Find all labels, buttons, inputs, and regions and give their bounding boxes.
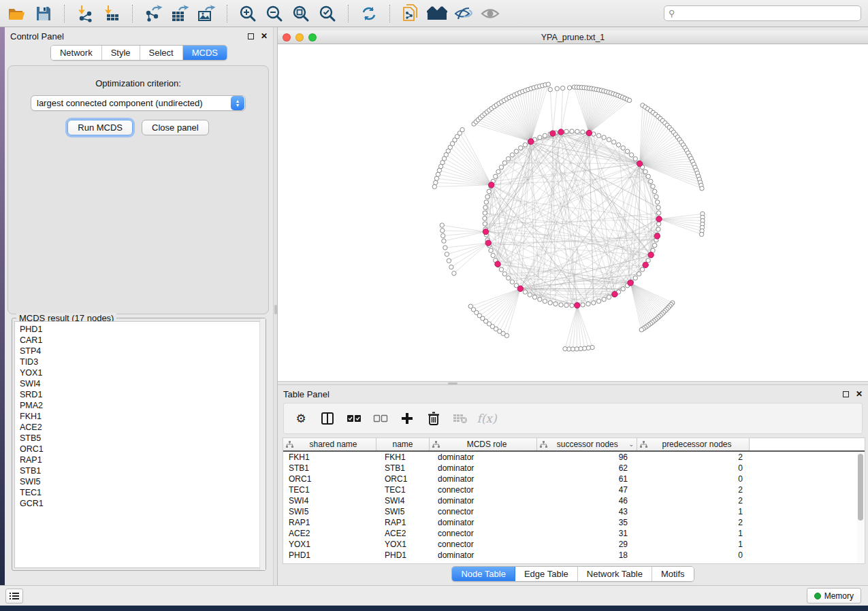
network-node[interactable] bbox=[657, 222, 661, 226]
cell-predecessor-nodes[interactable]: 0 bbox=[637, 550, 750, 560]
network-node[interactable] bbox=[494, 174, 498, 178]
column-header-predecessor-nodes[interactable]: predecessor nodes bbox=[637, 438, 750, 450]
network-node[interactable] bbox=[581, 130, 585, 134]
cell-shared-name[interactable]: FKH1 bbox=[283, 452, 376, 462]
network-node[interactable] bbox=[596, 299, 600, 303]
network-graph[interactable] bbox=[278, 44, 868, 381]
network-node[interactable] bbox=[496, 169, 500, 174]
network-node[interactable] bbox=[553, 302, 558, 306]
network-node[interactable] bbox=[502, 161, 507, 165]
cell-MCDS-role[interactable]: dominator bbox=[430, 463, 537, 473]
cell-predecessor-nodes[interactable]: 2 bbox=[637, 518, 750, 527]
column-header-MCDS-role[interactable]: MCDS role bbox=[430, 438, 537, 450]
network-hub-node[interactable] bbox=[643, 262, 648, 267]
network-node[interactable] bbox=[570, 129, 574, 133]
network-hub-node[interactable] bbox=[654, 233, 660, 239]
cell-successor-nodes[interactable]: 18 bbox=[537, 550, 637, 560]
network-hub-node[interactable] bbox=[656, 216, 662, 222]
network-node[interactable] bbox=[570, 303, 574, 308]
export-image-icon[interactable] bbox=[196, 3, 216, 24]
network-node[interactable] bbox=[538, 135, 542, 139]
network-node[interactable] bbox=[643, 169, 647, 174]
mcds-result-node[interactable]: STP4 bbox=[20, 346, 263, 357]
network-hub-node[interactable] bbox=[483, 229, 488, 234]
cell-name[interactable]: ACE2 bbox=[376, 529, 430, 538]
cell-successor-nodes[interactable]: 31 bbox=[537, 529, 637, 538]
network-node[interactable] bbox=[434, 176, 438, 180]
cell-predecessor-nodes[interactable]: 2 bbox=[637, 496, 750, 506]
network-node[interactable] bbox=[567, 86, 571, 90]
table-scrollbar-thumb[interactable] bbox=[858, 454, 863, 521]
network-node[interactable] bbox=[656, 227, 660, 231]
mcds-result-node[interactable]: TID3 bbox=[20, 357, 263, 367]
table-row[interactable]: FKH1FKH1dominator962 bbox=[283, 452, 865, 463]
network-node[interactable] bbox=[653, 243, 657, 247]
deselect-all-icon[interactable] bbox=[372, 410, 389, 427]
export-network-icon[interactable] bbox=[143, 3, 163, 24]
hide-details-icon[interactable] bbox=[453, 3, 474, 24]
network-node[interactable] bbox=[491, 253, 495, 257]
import-table-icon[interactable] bbox=[101, 3, 122, 24]
network-node[interactable] bbox=[442, 239, 446, 243]
zoom-fit-icon[interactable] bbox=[291, 3, 311, 24]
close-panel-icon[interactable]: ✕ bbox=[856, 389, 863, 399]
network-node[interactable] bbox=[443, 246, 447, 250]
network-node[interactable] bbox=[560, 86, 564, 90]
show-details-icon[interactable] bbox=[480, 3, 500, 24]
mcds-result-node[interactable]: TEC1 bbox=[20, 487, 263, 498]
network-node[interactable] bbox=[441, 233, 445, 237]
network-hub-node[interactable] bbox=[586, 130, 592, 135]
add-column-icon[interactable] bbox=[398, 410, 416, 427]
cell-successor-nodes[interactable]: 29 bbox=[537, 540, 637, 549]
network-node[interactable] bbox=[651, 184, 655, 188]
network-node[interactable] bbox=[633, 276, 637, 280]
network-node[interactable] bbox=[586, 302, 590, 306]
network-node[interactable] bbox=[449, 265, 453, 269]
tab-network[interactable]: Network bbox=[51, 46, 102, 60]
network-node[interactable] bbox=[489, 248, 493, 252]
mcds-result-node[interactable]: STB5 bbox=[20, 433, 263, 444]
table-settings-gear-icon[interactable]: ⚙ bbox=[292, 410, 310, 427]
network-node[interactable] bbox=[502, 271, 507, 276]
table-row[interactable]: RAP1RAP1dominator352 bbox=[283, 517, 865, 528]
network-node[interactable] bbox=[499, 165, 503, 169]
network-node[interactable] bbox=[564, 303, 568, 308]
network-node[interactable] bbox=[485, 195, 489, 199]
table-row[interactable]: SWI4SWI4dominator462 bbox=[283, 495, 865, 506]
cell-successor-nodes[interactable]: 47 bbox=[537, 485, 637, 495]
network-node[interactable] bbox=[559, 303, 563, 307]
mcds-result-node[interactable]: FKH1 bbox=[20, 411, 263, 422]
network-node[interactable] bbox=[602, 297, 606, 301]
zoom-out-icon[interactable] bbox=[264, 3, 285, 24]
network-hub-node[interactable] bbox=[558, 129, 564, 135]
cell-successor-nodes[interactable]: 96 bbox=[537, 452, 637, 462]
cell-MCDS-role[interactable]: dominator bbox=[430, 452, 537, 462]
network-node[interactable] bbox=[499, 267, 503, 271]
cell-predecessor-nodes[interactable]: 2 bbox=[637, 485, 750, 495]
network-node[interactable] bbox=[592, 301, 596, 305]
mcds-result-node[interactable]: STB1 bbox=[20, 465, 263, 476]
mcds-result-node[interactable]: PHD1 bbox=[20, 324, 263, 335]
network-node[interactable] bbox=[657, 211, 661, 215]
network-node[interactable] bbox=[436, 172, 440, 176]
network-node[interactable] bbox=[528, 293, 532, 297]
table-row[interactable]: ORC1ORC1dominator610 bbox=[283, 474, 865, 484]
network-node[interactable] bbox=[564, 129, 568, 133]
network-node[interactable] bbox=[581, 303, 585, 307]
close-panel-icon[interactable]: ✕ bbox=[261, 31, 268, 41]
cell-shared-name[interactable]: ORC1 bbox=[283, 474, 376, 484]
cell-name[interactable]: STB1 bbox=[376, 463, 430, 473]
cell-MCDS-role[interactable]: dominator bbox=[430, 474, 537, 484]
mcds-result-node[interactable]: PMA2 bbox=[20, 400, 263, 411]
cell-name[interactable]: PHD1 bbox=[376, 550, 430, 560]
delete-column-icon[interactable] bbox=[425, 410, 443, 427]
cell-successor-nodes[interactable]: 46 bbox=[537, 496, 637, 506]
network-node[interactable] bbox=[432, 184, 436, 188]
network-node[interactable] bbox=[510, 280, 514, 284]
network-node[interactable] bbox=[633, 156, 637, 161]
splitter-handle[interactable] bbox=[274, 305, 277, 314]
network-node[interactable] bbox=[607, 137, 611, 142]
memory-button[interactable]: Memory bbox=[807, 588, 861, 604]
network-node[interactable] bbox=[546, 82, 550, 86]
tab-node-table[interactable]: Node Table bbox=[452, 567, 515, 581]
